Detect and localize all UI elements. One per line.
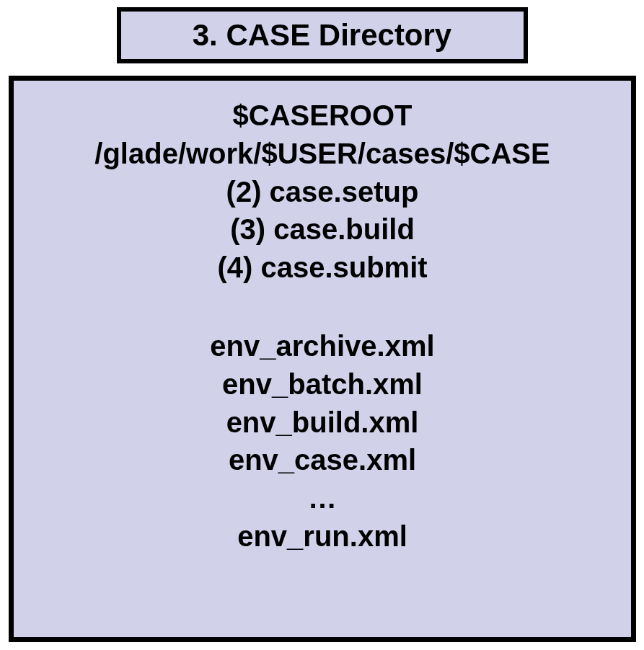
step-setup: (2) case.setup	[14, 173, 631, 211]
env-file-archive: env_archive.xml	[14, 327, 631, 365]
env-file-ellipsis: …	[14, 479, 631, 517]
step-build: (3) case.build	[14, 210, 631, 249]
env-file-batch: env_batch.xml	[14, 365, 631, 404]
env-file-run: env_run.xml	[14, 517, 631, 556]
title-text: 3. CASE Directory	[193, 18, 451, 53]
caseroot-label: $CASEROOT	[14, 97, 631, 135]
step-submit: (4) case.submit	[14, 249, 631, 287]
case-directory-box: $CASEROOT /glade/work/$USER/cases/$CASE …	[9, 76, 636, 642]
caseroot-path: /glade/work/$USER/cases/$CASE	[14, 135, 631, 173]
env-file-build: env_build.xml	[14, 404, 631, 442]
spacer	[14, 287, 631, 327]
env-file-case: env_case.xml	[14, 441, 631, 479]
title-box: 3. CASE Directory	[117, 7, 528, 63]
